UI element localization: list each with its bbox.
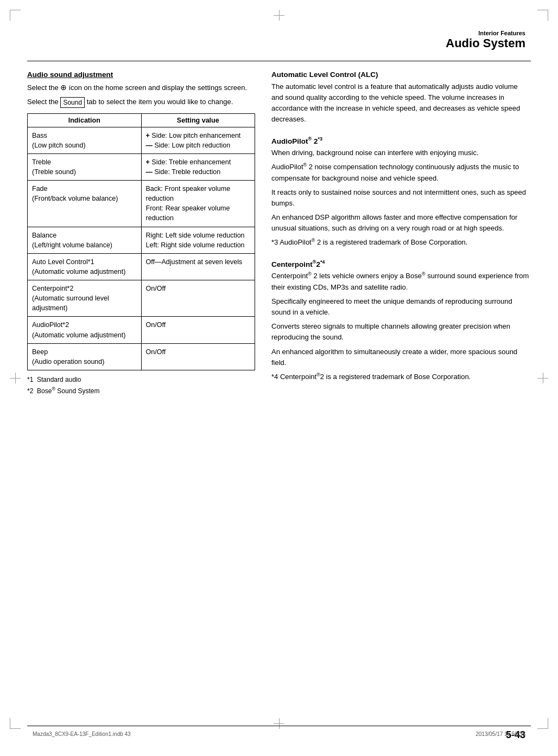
crosshair-left bbox=[10, 373, 21, 383]
page-header: Interior Features Audio System bbox=[446, 30, 525, 50]
centerpoint-para: An enhanced algorithm to simultaneously … bbox=[271, 347, 531, 368]
audiopilot-para: When driving, background noise can inter… bbox=[271, 148, 531, 158]
table-header-indication: Indication bbox=[28, 113, 142, 127]
table-row: AudioPilot*2 (Automatic volume adjustmen… bbox=[28, 317, 142, 343]
audiopilot-para: An enhanced DSP algorithm allows faster … bbox=[271, 212, 531, 234]
table-header-setting: Setting value bbox=[141, 113, 255, 127]
header-subtitle: Interior Features bbox=[446, 30, 525, 36]
crosshair-right bbox=[537, 373, 548, 383]
table-cell-setting: + Side: Low pitch enhancement— Side: Low… bbox=[141, 127, 255, 153]
audiopilot-paragraphs: When driving, background noise can inter… bbox=[271, 148, 531, 248]
main-content: Audio sound adjustment Select the ⊕ icon… bbox=[27, 71, 531, 723]
alc-heading: Automatic Level Control (ALC) bbox=[271, 71, 531, 79]
footer-right: 2013/05/17 11:50:38 bbox=[475, 731, 525, 737]
settings-icon: ⊕ bbox=[60, 83, 67, 92]
table-row: Treble (Treble sound) bbox=[28, 153, 142, 180]
audiopilot-section: AudioPilot® 2*3 When driving, background… bbox=[271, 136, 531, 248]
table-row: Auto Level Control*1 (Automatic volume a… bbox=[28, 253, 142, 280]
corner-mark-br bbox=[537, 718, 548, 729]
alc-section: Automatic Level Control (ALC) The automa… bbox=[271, 71, 531, 125]
audio-para2: Select the Sound tab to select the item … bbox=[27, 97, 255, 108]
centerpoint-para: Converts stereo signals to multiple chan… bbox=[271, 321, 531, 343]
table-cell-setting: On/Off bbox=[141, 317, 255, 343]
header-rule bbox=[27, 61, 531, 61]
corner-mark-bl bbox=[10, 718, 21, 729]
audio-para1: Select the ⊕ icon on the home screen and… bbox=[27, 82, 255, 93]
corner-mark-tl bbox=[10, 10, 21, 21]
table-cell-setting: Off—Adjustment at seven levels bbox=[141, 253, 255, 280]
left-column: Audio sound adjustment Select the ⊕ icon… bbox=[27, 71, 255, 723]
centerpoint-section: Centerpoint®2*4 Centerpoint® 2 lets vehi… bbox=[271, 259, 531, 382]
settings-table: Indication Setting value Bass (Low pitch… bbox=[27, 113, 255, 370]
header-title: Audio System bbox=[446, 36, 525, 50]
centerpoint-heading: Centerpoint®2*4 bbox=[271, 259, 531, 268]
table-row: Beep (Audio operation sound) bbox=[28, 343, 142, 370]
table-row: Bass (Low pitch sound) bbox=[28, 127, 142, 153]
table-row: Fade (Front/back volume balance) bbox=[28, 181, 142, 227]
centerpoint-para: Specifically engineered to meet the uniq… bbox=[271, 296, 531, 318]
centerpoint-para: Centerpoint® 2 lets vehicle owners enjoy… bbox=[271, 271, 531, 293]
centerpoint-paragraphs: Centerpoint® 2 lets vehicle owners enjoy… bbox=[271, 271, 531, 382]
right-column: Automatic Level Control (ALC) The automa… bbox=[271, 71, 531, 723]
footnotes: *1 Standard audio *2 Bose® Sound System bbox=[27, 375, 255, 396]
footer-rule bbox=[27, 726, 531, 726]
centerpoint-para: *4 Centerpoint®2 is a registered tradema… bbox=[271, 371, 531, 382]
alc-text: The automatic level control is a feature… bbox=[271, 81, 531, 125]
table-cell-setting: + Side: Treble enhancement— Side: Treble… bbox=[141, 153, 255, 180]
sound-badge: Sound bbox=[60, 97, 85, 108]
corner-mark-tr bbox=[537, 10, 548, 21]
footnote-1: *1 Standard audio bbox=[27, 375, 255, 385]
table-row: Balance (Left/right volume balance) bbox=[28, 227, 142, 253]
table-cell-setting: Back: Front speaker volume reductionFron… bbox=[141, 181, 255, 227]
audiopilot-para: It reacts only to sustained noise source… bbox=[271, 187, 531, 209]
table-row: Centerpoint*2 (Automatic surround level … bbox=[28, 280, 142, 317]
audio-adjustment-heading: Audio sound adjustment bbox=[27, 71, 255, 79]
audiopilot-heading: AudioPilot® 2*3 bbox=[271, 136, 531, 145]
audiopilot-para: *3 AudioPilot® 2 is a registered tradema… bbox=[271, 237, 531, 248]
table-cell-setting: On/Off bbox=[141, 280, 255, 317]
crosshair-top bbox=[274, 10, 284, 21]
table-cell-setting: On/Off bbox=[141, 343, 255, 370]
table-cell-setting: Right: Left side volume reductionLeft: R… bbox=[141, 227, 255, 253]
footer-left: Mazda3_8CX9-EA-13F_Edition1.indb 43 bbox=[33, 731, 131, 737]
audiopilot-para: AudioPilot® 2 noise compensation technol… bbox=[271, 162, 531, 184]
footnote-2: *2 Bose® Sound System bbox=[27, 385, 255, 396]
